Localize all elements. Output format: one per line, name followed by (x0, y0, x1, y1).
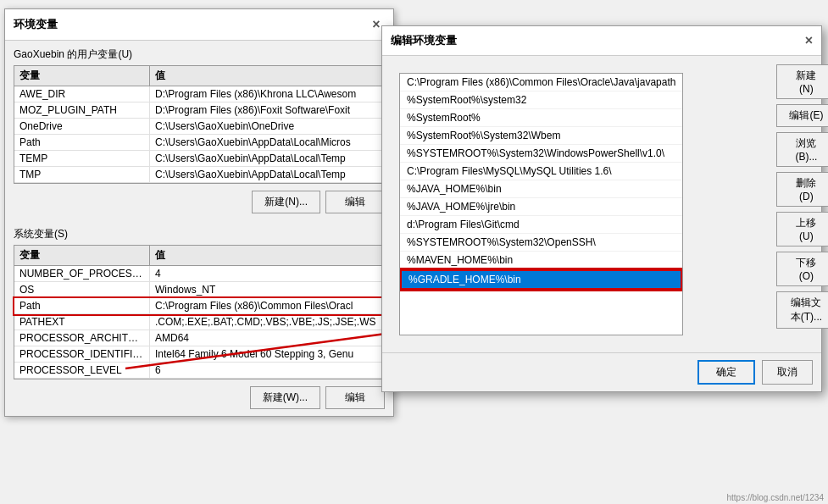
system-vars-header: 变量 值 (14, 246, 384, 266)
system-var-value: AMD64 (150, 330, 384, 346)
system-vars-buttons: 新建(W)... 编辑 (5, 379, 393, 416)
user-var-col-value: 值 (150, 66, 384, 86)
edit-env-dialog: 编辑环境变量 × C:\Program Files (x86)\Common F… (381, 25, 822, 392)
edit-path-item[interactable]: %SystemRoot%\system32 (400, 91, 682, 109)
user-var-col-name: 变量 (14, 66, 150, 86)
edit-cancel-btn[interactable]: 取消 (762, 360, 813, 385)
system-var-row[interactable]: PROCESSOR_LEVEL6 (14, 363, 384, 379)
edit-dialog-footer: 确定 取消 (382, 352, 821, 391)
watermark: https://blog.csdn.net/1234 (726, 493, 824, 502)
edit-new-btn[interactable]: 新建(N) (776, 64, 828, 99)
user-var-value: C:\Users\GaoXuebin\AppData\Local\Micros (150, 135, 384, 150)
user-vars-header: 变量 值 (14, 66, 384, 86)
edit-dialog-titlebar: 编辑环境变量 × (382, 26, 821, 56)
system-var-value: 6 (150, 363, 384, 378)
system-edit-btn[interactable]: 编辑 (325, 386, 385, 409)
edit-path-item[interactable]: %SystemRoot%\System32\Wbem (400, 127, 682, 145)
system-vars-table: 变量 值 NUMBER_OF_PROCESSORS4OSWindows_NTPa… (14, 245, 385, 379)
system-var-value: .COM;.EXE;.BAT;.CMD;.VBS;.VBE;.JS;.JSE;.… (150, 314, 384, 330)
system-var-row[interactable]: NUMBER_OF_PROCESSORS4 (14, 266, 384, 282)
edit-path-item[interactable]: %SystemRoot% (400, 109, 682, 127)
edit-path-items: C:\Program Files (x86)\Common Files\Orac… (400, 74, 682, 290)
user-var-row[interactable]: OneDriveC:\Users\GaoXuebin\OneDrive (14, 119, 384, 135)
system-var-row[interactable]: PATHEXT.COM;.EXE;.BAT;.CMD;.VBS;.VBE;.JS… (14, 314, 384, 330)
user-vars-label: GaoXuebin 的用户变量(U) (5, 41, 393, 65)
user-var-name: OneDrive (14, 119, 150, 134)
user-var-value: D:\Program Files (x86)\Khrona LLC\Awesom (150, 86, 384, 102)
edit-path-list[interactable]: C:\Program Files (x86)\Common Files\Orac… (399, 73, 683, 335)
system-var-row[interactable]: PathC:\Program Files (x86)\Common Files\… (14, 298, 384, 314)
user-var-name: MOZ_PLUGIN_PATH (14, 102, 150, 118)
system-var-row[interactable]: PROCESSOR_ARCHITECT...AMD64 (14, 330, 384, 346)
edit-path-item[interactable]: %GRADLE_HOME%\bin (400, 269, 682, 290)
edit-moveup-btn[interactable]: 上移(U) (776, 212, 828, 246)
edit-edit-btn[interactable]: 编辑(E) (776, 104, 828, 127)
system-var-name: Path (14, 298, 150, 313)
edit-path-item[interactable]: %SYSTEMROOT%\System32\OpenSSH\ (400, 234, 682, 252)
edit-ok-btn[interactable]: 确定 (697, 360, 755, 385)
user-var-value: C:\Users\GaoXuebin\OneDrive (150, 119, 384, 134)
user-vars-body: AWE_DIRD:\Program Files (x86)\Khrona LLC… (14, 86, 384, 183)
edit-list-wrapper: C:\Program Files (x86)\Common Files\Orac… (382, 56, 776, 352)
edit-movedown-btn[interactable]: 下移(O) (776, 252, 828, 286)
user-var-row[interactable]: TMPC:\Users\GaoXuebin\AppData\Local\Temp (14, 167, 384, 183)
edit-dialog-close[interactable]: × (805, 33, 813, 48)
user-vars-buttons: 新建(N)... 编辑 (5, 184, 393, 220)
env-dialog-titlebar: 环境变量 × (5, 9, 393, 41)
env-dialog: 环境变量 × GaoXuebin 的用户变量(U) 变量 值 AWE_DIRD:… (4, 8, 394, 417)
edit-path-item[interactable]: C:\Program Files (x86)\Common Files\Orac… (400, 74, 682, 91)
system-var-col-name: 变量 (14, 246, 150, 265)
system-vars-body: NUMBER_OF_PROCESSORS4OSWindows_NTPathC:\… (14, 266, 384, 379)
system-var-name: PROCESSOR_LEVEL (14, 363, 150, 378)
user-edit-btn[interactable]: 编辑 (325, 191, 385, 213)
user-vars-table: 变量 值 AWE_DIRD:\Program Files (x86)\Khron… (14, 65, 385, 184)
user-var-row[interactable]: TEMPC:\Users\GaoXuebin\AppData\Local\Tem… (14, 151, 384, 167)
edit-path-item[interactable]: %MAVEN_HOME%\bin (400, 252, 682, 269)
edit-path-item[interactable]: %JAVA_HOME%\jre\bin (400, 198, 682, 216)
edit-path-item[interactable]: %SYSTEMROOT%\System32\WindowsPowerShell\… (400, 145, 682, 163)
user-var-row[interactable]: MOZ_PLUGIN_PATHD:\Program Files (x86)\Fo… (14, 102, 384, 119)
system-new-btn[interactable]: 新建(W)... (250, 386, 320, 409)
edit-path-item[interactable]: d:\Program Files\Git\cmd (400, 216, 682, 234)
system-vars-label: 系统变量(S) (5, 220, 393, 245)
user-var-value: C:\Users\GaoXuebin\AppData\Local\Temp (150, 151, 384, 166)
user-var-value: C:\Users\GaoXuebin\AppData\Local\Temp (150, 167, 384, 182)
system-var-name: PROCESSOR_ARCHITECT... (14, 330, 150, 346)
edit-delete-btn[interactable]: 删除(D) (776, 172, 828, 207)
user-var-row[interactable]: PathC:\Users\GaoXuebin\AppData\Local\Mic… (14, 135, 384, 151)
system-var-name: OS (14, 282, 150, 297)
system-var-value: Windows_NT (150, 282, 384, 297)
system-var-name: PATHEXT (14, 314, 150, 330)
user-var-name: AWE_DIR (14, 86, 150, 102)
system-var-name: NUMBER_OF_PROCESSORS (14, 266, 150, 281)
user-new-btn[interactable]: 新建(N)... (252, 191, 320, 213)
system-var-value: Intel64 Family 6 Model 60 Stepping 3, Ge… (150, 346, 384, 362)
user-var-value: D:\Program Files (x86)\Foxit Software\Fo… (150, 102, 384, 118)
system-var-name: PROCESSOR_IDENTIFIER (14, 346, 150, 362)
edit-dialog-body: C:\Program Files (x86)\Common Files\Orac… (382, 56, 821, 352)
system-var-col-value: 值 (150, 246, 384, 265)
user-var-name: Path (14, 135, 150, 150)
system-var-row[interactable]: PROCESSOR_IDENTIFIERIntel64 Family 6 Mod… (14, 346, 384, 363)
env-dialog-title: 环境变量 (14, 17, 58, 32)
user-var-name: TEMP (14, 151, 150, 166)
user-var-row[interactable]: AWE_DIRD:\Program Files (x86)\Khrona LLC… (14, 86, 384, 102)
system-var-value: C:\Program Files (x86)\Common Files\Orac… (150, 298, 384, 313)
edit-browse-btn[interactable]: 浏览(B)... (776, 132, 828, 167)
system-var-row[interactable]: OSWindows_NT (14, 282, 384, 298)
edit-path-item[interactable]: C:\Program Files\MySQL\MySQL Utilities 1… (400, 163, 682, 180)
edit-dialog-title: 编辑环境变量 (391, 33, 457, 48)
edit-edittext-btn[interactable]: 编辑文本(T)... (776, 291, 828, 329)
system-var-value: 4 (150, 266, 384, 281)
edit-side-buttons: 新建(N) 编辑(E) 浏览(B)... 删除(D) 上移(U) 下移(O) 编… (776, 56, 828, 352)
edit-path-item[interactable]: %JAVA_HOME%\bin (400, 180, 682, 198)
user-var-name: TMP (14, 167, 150, 182)
